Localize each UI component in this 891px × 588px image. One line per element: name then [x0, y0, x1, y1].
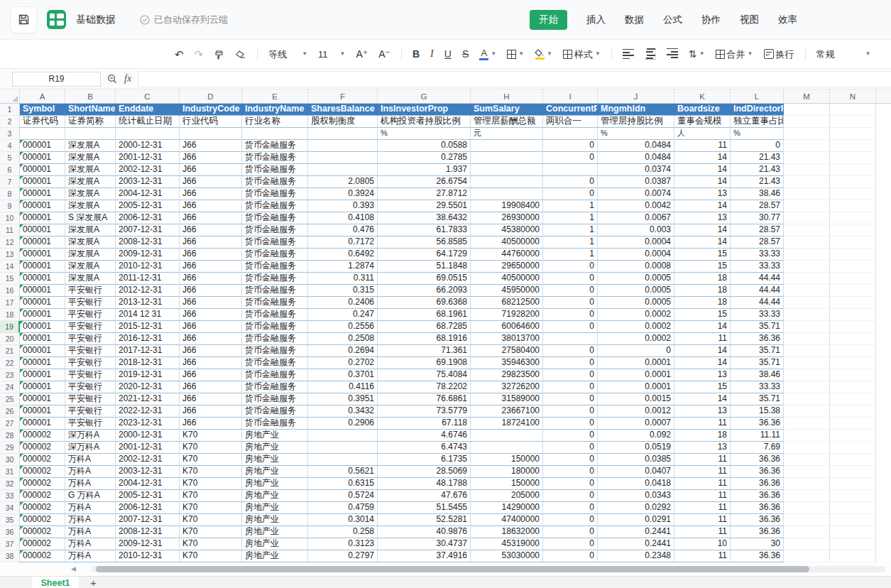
strikethrough-button[interactable]: S [462, 49, 469, 59]
cell-H27[interactable]: 18724100 [471, 418, 543, 430]
column-header-C[interactable]: C [116, 89, 180, 103]
cell-G11[interactable]: 61.7833 [378, 224, 471, 236]
row-header-30[interactable]: 30 [0, 454, 20, 466]
decrease-font-button[interactable]: A⁻ [378, 49, 390, 59]
cell-G5[interactable]: 0.2785 [378, 152, 471, 164]
row-header-36[interactable]: 36 [0, 526, 20, 538]
cell-M23[interactable] [784, 369, 830, 381]
font-family-select[interactable]: 等线▼ [268, 50, 307, 59]
cell-N18[interactable] [830, 309, 876, 321]
cell-J6[interactable]: 0.0374 [598, 164, 674, 176]
fill-color-button[interactable]: ▼ [535, 49, 552, 60]
cell-G28[interactable]: 4.6746 [378, 430, 471, 442]
cell-D4[interactable]: J66 [180, 140, 242, 152]
cell-B20[interactable]: 平安银行 [65, 333, 116, 345]
cell-E7[interactable]: 货币金融服务 [242, 176, 308, 188]
cell-C12[interactable]: 2008-12-31 [116, 236, 180, 249]
cell-A9[interactable]: 000001 [20, 200, 65, 212]
cell-F15[interactable]: 0.311 [308, 273, 378, 285]
row-header-19[interactable]: 19 [0, 321, 20, 333]
cell-H35[interactable]: 47400000 [471, 514, 543, 526]
cell-N11[interactable] [830, 224, 876, 236]
cell-F22[interactable]: 0.2702 [308, 357, 378, 369]
cell-D13[interactable]: J66 [180, 249, 242, 261]
cell-H13[interactable]: 44760000 [471, 249, 543, 261]
cell-L19[interactable]: 35.71 [731, 321, 784, 333]
cell-J24[interactable]: 0.0001 [598, 381, 674, 393]
cell-C6[interactable]: 2002-12-31 [116, 164, 180, 176]
cell-E6[interactable]: 货币金融服务 [242, 164, 308, 176]
row-header-26[interactable]: 26 [0, 405, 20, 418]
cell-H23[interactable]: 29823500 [471, 369, 543, 381]
cell-J22[interactable]: 0.0001 [598, 357, 674, 369]
cell-E10[interactable]: 货币金融服务 [242, 212, 308, 224]
cell-D9[interactable]: J66 [180, 200, 242, 212]
cell-A20[interactable]: 000001 [20, 333, 65, 345]
cell-C8[interactable]: 2004-12-31 [116, 188, 180, 200]
cell-F21[interactable]: 0.2694 [308, 345, 378, 357]
cell-L22[interactable]: 35.71 [731, 357, 784, 369]
cell-N17[interactable] [830, 297, 876, 309]
cell-L8[interactable]: 38.46 [731, 188, 784, 200]
column-header-G[interactable]: G [378, 89, 471, 103]
cell-K5[interactable]: 14 [674, 152, 731, 164]
cell-A15[interactable]: 000001 [20, 273, 65, 285]
cell-A37[interactable]: 000002 [20, 538, 65, 550]
cell-C13[interactable]: 2009-12-31 [116, 249, 180, 261]
cell-M17[interactable] [784, 297, 830, 309]
cell-F12[interactable]: 0.7172 [308, 236, 378, 249]
increase-font-button[interactable]: A⁺ [356, 49, 368, 59]
cell-H21[interactable]: 27580400 [471, 345, 543, 357]
cell-G27[interactable]: 67.118 [378, 418, 471, 430]
cell-B16[interactable]: 平安银行 [65, 285, 116, 297]
cell-K29[interactable]: 13 [674, 442, 731, 454]
cell-K2[interactable]: 董事会规模 [674, 116, 731, 128]
cell-E27[interactable]: 货币金融服务 [242, 418, 308, 430]
cell-G32[interactable]: 48.1788 [378, 478, 471, 490]
borders-button[interactable]: ▼ [507, 50, 524, 59]
cell-E19[interactable]: 货币金融服务 [242, 321, 308, 333]
cell-H20[interactable]: 38013700 [471, 333, 543, 345]
cell-I19[interactable]: 0 [543, 321, 598, 333]
cell-I35[interactable]: 0 [543, 514, 598, 526]
cell-A1[interactable]: Symbol [20, 104, 65, 116]
cell-G21[interactable]: 71.361 [378, 345, 471, 357]
cell-I30[interactable]: 0 [543, 454, 598, 466]
cell-J35[interactable]: 0.0291 [598, 514, 674, 526]
align-right-button[interactable] [667, 48, 678, 60]
cell-N16[interactable] [830, 285, 876, 297]
cell-L1[interactable]: IndDirectorR [731, 104, 784, 116]
cell-D14[interactable]: J66 [180, 261, 242, 273]
cell-H11[interactable]: 45380000 [471, 224, 543, 236]
cell-K18[interactable]: 15 [674, 309, 731, 321]
row-header-3[interactable]: 3 [0, 128, 20, 140]
cell-G22[interactable]: 69.1908 [378, 357, 471, 369]
cell-E38[interactable]: 房地产业 [242, 550, 308, 562]
cell-I4[interactable]: 0 [543, 140, 598, 152]
cell-E13[interactable]: 货币金融服务 [242, 249, 308, 261]
cell-A10[interactable]: 000001 [20, 212, 65, 224]
cell-J37[interactable]: 0.2441 [598, 538, 674, 550]
cell-M24[interactable] [784, 381, 830, 393]
cell-G33[interactable]: 47.676 [378, 490, 471, 502]
cell-E20[interactable]: 货币金融服务 [242, 333, 308, 345]
cell-B18[interactable]: 平安银行 [65, 309, 116, 321]
cell-H17[interactable]: 68212500 [471, 297, 543, 309]
cell-J26[interactable]: 0.0012 [598, 405, 674, 418]
cell-J3[interactable]: % [598, 128, 674, 140]
cell-D20[interactable]: J66 [180, 333, 242, 345]
cell-E12[interactable]: 货币金融服务 [242, 236, 308, 249]
cell-L15[interactable]: 44.44 [731, 273, 784, 285]
cell-H16[interactable]: 45950000 [471, 285, 543, 297]
cell-E35[interactable]: 房地产业 [242, 514, 308, 526]
cell-N26[interactable] [830, 405, 876, 418]
cell-I34[interactable]: 0 [543, 502, 598, 514]
cell-C1[interactable]: Enddate [116, 104, 180, 116]
cell-D25[interactable]: J66 [180, 393, 242, 405]
cell-E26[interactable]: 货币金融服务 [242, 405, 308, 418]
cell-B32[interactable]: 万科A [65, 478, 116, 490]
cell-M31[interactable] [784, 466, 830, 478]
cell-D2[interactable]: 行业代码 [180, 116, 242, 128]
cell-A28[interactable]: 000002 [20, 430, 65, 442]
cell-E33[interactable]: 房地产业 [242, 490, 308, 502]
